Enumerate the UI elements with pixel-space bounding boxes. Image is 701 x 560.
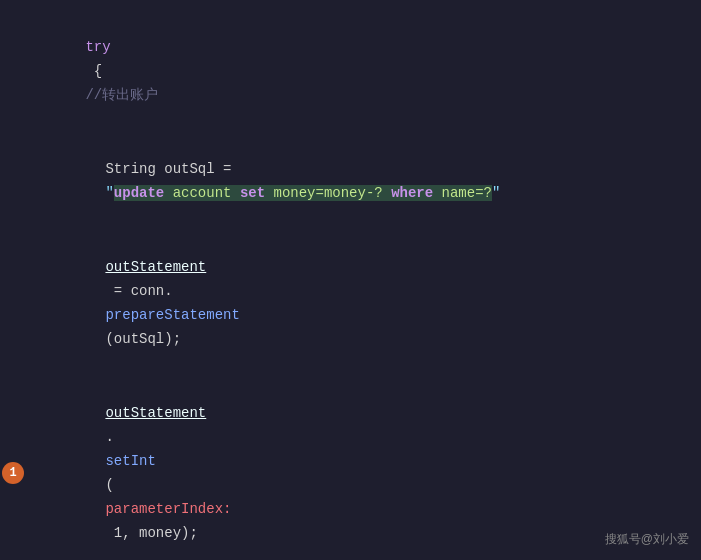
line-outsql: String outSql = "update account set mone… [0,132,701,230]
line-out-setint: 1 outStatement . setInt ( parameterIndex… [0,376,701,560]
badge-1: 1 [2,462,24,484]
watermark: 搜狐号@刘小爱 [605,531,689,548]
line-out-prepare: outStatement = conn. prepareStatement (o… [0,230,701,376]
code-container: try { //转出账户 String outSql = "update acc… [0,0,701,560]
line-try: try { //转出账户 [0,10,701,132]
try-keyword: try [85,39,119,55]
